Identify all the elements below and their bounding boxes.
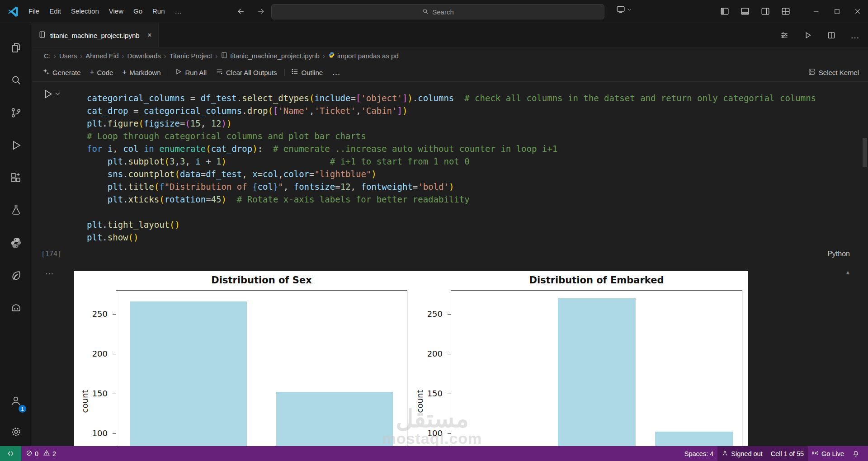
breadcrumb-item[interactable]: Ahmed Eid — [85, 52, 118, 60]
code-token: ) — [222, 156, 226, 166]
minimize-button[interactable] — [806, 0, 826, 23]
source-control-icon[interactable] — [0, 96, 32, 129]
code-token: ( — [309, 93, 314, 103]
forward-button[interactable] — [254, 5, 268, 18]
breadcrumb-item[interactable]: C: — [44, 52, 51, 60]
extensions-icon[interactable] — [0, 161, 32, 194]
editor-scrollbar[interactable] — [863, 138, 867, 167]
notifications-bell-icon[interactable] — [848, 446, 863, 461]
notebook-file-icon — [221, 52, 228, 60]
breadcrumb-item[interactable]: Users — [59, 52, 77, 60]
close-window-button[interactable] — [847, 0, 868, 23]
code-token: figure — [108, 118, 139, 128]
accounts-icon[interactable]: 1 — [0, 385, 32, 417]
run-debug-icon[interactable] — [0, 129, 32, 161]
code-token — [102, 144, 107, 154]
toggle-secondary-sidebar-icon[interactable] — [759, 5, 772, 18]
remote-device-button[interactable] — [616, 5, 632, 14]
tab-titanic-notebook[interactable]: titanic_machine_project.ipynb × — [32, 23, 159, 47]
y-tick-mark — [448, 314, 451, 315]
testing-icon[interactable] — [0, 194, 32, 226]
y-tick-mark — [448, 354, 451, 354]
breadcrumb-item[interactable]: titanic_machine_project.ipynb — [221, 52, 320, 60]
code-token: [ — [273, 106, 278, 116]
kernel-icon — [808, 68, 816, 77]
code-token: , — [201, 118, 211, 128]
clear-all-outputs-button[interactable]: Clear All Outputs — [216, 68, 277, 77]
jupyter-leaf-icon[interactable] — [0, 259, 32, 292]
split-editor-icon[interactable] — [825, 28, 838, 42]
menu-selection[interactable]: Selection — [66, 0, 104, 23]
remote-indicator-button[interactable] — [0, 446, 21, 461]
code-token: = — [335, 182, 340, 192]
generate-button[interactable]: Generate — [42, 68, 81, 77]
add-code-button[interactable]: + Code — [90, 68, 113, 77]
code-line: for i, col in enumerate(cat_drop): # enu… — [87, 142, 816, 155]
toggle-sidebar-icon[interactable] — [718, 5, 731, 18]
editor-more-actions-icon[interactable]: … — [848, 28, 862, 42]
code-token: ( — [165, 156, 170, 166]
menu-view[interactable]: View — [104, 0, 128, 23]
code-token: , — [309, 106, 314, 116]
toolbar-more-button[interactable]: … — [332, 67, 340, 77]
copilot-chat-icon[interactable] — [0, 292, 32, 324]
code-token: ) — [133, 232, 138, 242]
code-token: " — [278, 182, 283, 192]
maximize-button[interactable] — [826, 0, 847, 23]
breadcrumb-label: Titanic Project — [170, 52, 212, 60]
code-token: f — [159, 182, 164, 192]
code-token: = — [201, 169, 206, 179]
add-markdown-button[interactable]: + Markdown — [122, 68, 160, 77]
code-token: plt — [87, 182, 123, 192]
code-token: ( — [185, 118, 190, 128]
toggle-panel-icon[interactable] — [738, 5, 752, 18]
code-line: plt.xticks(rotation=45) # Rotate x-axis … — [87, 193, 816, 206]
code-token: df_test — [201, 93, 237, 103]
explorer-icon[interactable] — [0, 31, 32, 64]
python-icon[interactable] — [0, 226, 32, 259]
menu-edit[interactable]: Edit — [44, 0, 66, 23]
code-token: = — [413, 182, 418, 192]
code-token: "lightblue" — [314, 169, 371, 179]
editor-column: titanic_machine_project.ipynb × … — [32, 23, 868, 446]
breadcrumb-item[interactable]: import pandas as pd — [328, 52, 399, 60]
problems-indicator[interactable]: 0 2 — [26, 449, 56, 458]
menu-file[interactable]: File — [24, 0, 44, 23]
breadcrumb-item[interactable]: Titanic Project — [170, 52, 212, 60]
notebook-toolbar: Generate + Code + Markdown Run All — [32, 63, 868, 82]
code-cell-editor[interactable]: categorical_columns = df_test.select_dty… — [87, 92, 816, 244]
code-token: + — [201, 156, 216, 166]
warnings-count: 2 — [52, 450, 56, 457]
menu-run[interactable]: Run — [147, 0, 170, 23]
code-token: col — [123, 144, 138, 154]
select-kernel-button[interactable]: Select Kernel — [808, 63, 859, 81]
cell-language-label[interactable]: Python — [827, 250, 850, 258]
run-editor-icon[interactable] — [801, 28, 815, 42]
outline-icon — [291, 68, 299, 77]
output-scroll-up-icon[interactable]: ▲ — [845, 269, 851, 276]
go-live-button[interactable]: Go Live — [808, 446, 848, 461]
code-token: ] — [397, 106, 402, 116]
search-input[interactable]: Search — [271, 4, 604, 19]
menu-[interactable]: … — [170, 0, 187, 23]
cell-indicator[interactable]: Cell 1 of 55 — [767, 446, 808, 461]
breadcrumb-item[interactable]: Downloads — [127, 52, 161, 60]
signed-out-button[interactable]: Signed out — [717, 446, 766, 461]
layout-controls — [718, 0, 793, 23]
run-all-button[interactable]: Run All — [175, 68, 207, 77]
customize-layout-icon[interactable] — [779, 5, 793, 18]
spaces-indicator[interactable]: Spaces: 4 — [680, 446, 718, 461]
run-cell-button[interactable] — [42, 88, 61, 100]
back-button[interactable] — [234, 5, 248, 18]
code-token: ( — [159, 194, 164, 204]
code-token: , — [185, 156, 195, 166]
outline-button[interactable]: Outline — [291, 68, 323, 77]
code-token: 'object' — [361, 93, 402, 103]
menu-go[interactable]: Go — [128, 0, 147, 23]
cell-more-actions-icon[interactable]: … — [45, 266, 55, 277]
breadcrumb-label: C: — [44, 52, 51, 60]
tab-close-icon[interactable]: × — [147, 31, 152, 40]
notebook-settings-icon[interactable] — [778, 28, 791, 42]
search-sidebar-icon[interactable] — [0, 64, 32, 96]
settings-gear-icon[interactable] — [0, 417, 32, 446]
